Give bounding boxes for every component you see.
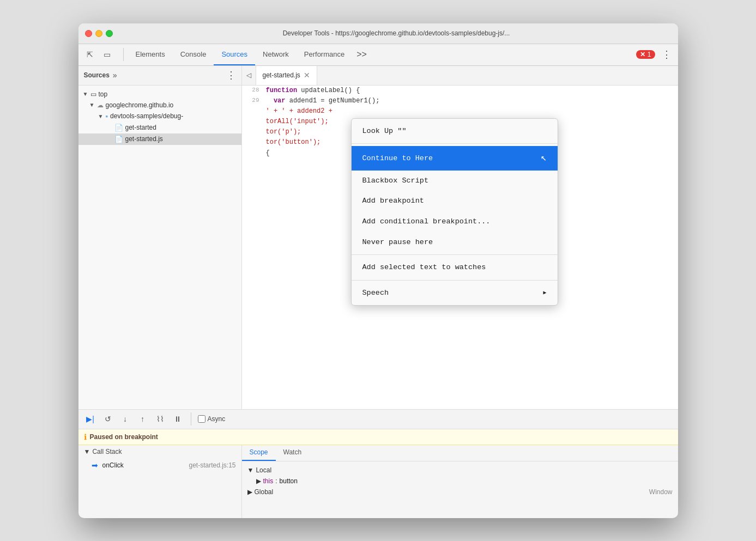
code-right-1: ' + ' + addend2 + xyxy=(266,106,332,117)
context-menu: Look Up "" Continue to Here ↖ Blackbox S… xyxy=(351,118,558,306)
bottom-panels: ▼ Call Stack ➡ onClick get-started.js:15… xyxy=(78,445,678,518)
scope-global-label: Global xyxy=(255,488,274,496)
panel-kebab-button[interactable]: ⋮ xyxy=(226,69,236,81)
scope-this-colon: : xyxy=(275,477,277,485)
code-area[interactable]: 28 function updateLabel() { 29 var adden… xyxy=(242,86,678,409)
error-badge[interactable]: ✕ 1 xyxy=(636,50,655,59)
tree-arrow-devtools: ▼ xyxy=(98,113,104,119)
left-panel: Sources » ⋮ ▼ ▭ top ▼ ☁ googlechrome.git… xyxy=(78,66,242,409)
tab-watch[interactable]: Watch xyxy=(276,445,310,461)
devtools-toolbar: ⇱ ▭ Elements Console Sources Network Per… xyxy=(78,44,678,66)
scope-section-global[interactable]: ▶ Global Window xyxy=(247,487,673,497)
tree-item-top[interactable]: ▼ ▭ top xyxy=(78,89,241,100)
ctx-item-add-selected-text[interactable]: Add selected text to watches xyxy=(352,257,558,278)
device-toolbar-button[interactable]: ▭ xyxy=(100,47,114,62)
code-right-3: tor('p'); xyxy=(266,127,301,137)
toolbar-divider xyxy=(123,48,124,61)
folder-icon-top: ▭ xyxy=(90,90,96,98)
tab-console[interactable]: Console xyxy=(173,44,214,65)
ctx-separator-3 xyxy=(352,280,558,281)
ctx-item-look-up[interactable]: Look Up "" xyxy=(352,121,558,142)
scope-content: ▼ Local ▶ this : button ▶ Global Window xyxy=(242,461,678,518)
scope-global-arrow: ▶ xyxy=(247,488,252,496)
call-stack-header[interactable]: ▼ Call Stack xyxy=(78,445,241,458)
panel-more-button[interactable]: » xyxy=(113,71,117,80)
step-into-button[interactable]: ↓ xyxy=(119,412,132,425)
editor-tab-label: get-started.js xyxy=(263,71,300,79)
error-icon: ✕ xyxy=(640,51,645,58)
ctx-item-continue-here[interactable]: Continue to Here ↖ xyxy=(352,146,558,171)
ctx-item-never-pause-here[interactable]: Never pause here xyxy=(352,232,558,253)
panel-header-label: Sources xyxy=(84,71,110,79)
tab-elements[interactable]: Elements xyxy=(128,44,173,65)
async-label: Async xyxy=(198,415,226,423)
tab-scope[interactable]: Scope xyxy=(242,445,276,461)
tree-arrow-googlechrome: ▼ xyxy=(89,102,95,108)
line-number-28: 28 xyxy=(242,86,264,95)
more-options-button[interactable]: ⋮ xyxy=(660,48,674,60)
traffic-lights xyxy=(85,30,113,37)
call-stack-panel: ▼ Call Stack ➡ onClick get-started.js:15 xyxy=(78,445,242,518)
paused-banner: ℹ Paused on breakpoint xyxy=(78,429,678,445)
tab-network[interactable]: Network xyxy=(255,44,297,65)
code-line-partial-1: ' + ' + addend2 + xyxy=(242,106,678,117)
tree-item-get-started-js[interactable]: ▶ 📄 get-started.js xyxy=(78,133,241,145)
step-out-button[interactable]: ↑ xyxy=(136,412,149,425)
deactivate-button[interactable]: ⌇⌇ xyxy=(154,412,167,425)
scope-this-key: this xyxy=(263,477,274,485)
scope-this-value: button xyxy=(280,477,298,485)
pause-exceptions-button[interactable]: ⏸ xyxy=(171,412,184,425)
maximize-button[interactable] xyxy=(106,30,113,37)
paused-text: Paused on breakpoint xyxy=(90,433,158,441)
tab-performance[interactable]: Performance xyxy=(297,44,352,65)
ctx-item-add-breakpoint[interactable]: Add breakpoint xyxy=(352,191,558,211)
editor-tab-get-started-js[interactable]: get-started.js ✕ xyxy=(256,66,317,85)
title-bar: Developer Tools - https://googlechrome.g… xyxy=(78,23,678,44)
window-title: Developer Tools - https://googlechrome.g… xyxy=(122,29,672,37)
ctx-item-blackbox-script[interactable]: Blackbox Script xyxy=(352,171,558,191)
editor-tab-nav[interactable]: ◁ xyxy=(242,66,256,85)
line-number-29: 29 xyxy=(242,96,264,106)
cursor-arrow: ↖ xyxy=(541,150,547,166)
tree-item-devtools-samples[interactable]: ▼ ▪ devtools-samples/debug- xyxy=(78,111,241,122)
scope-global-right: Window xyxy=(649,488,673,496)
ctx-item-speech[interactable]: Speech ▶ xyxy=(352,283,558,303)
close-button[interactable] xyxy=(85,30,92,37)
step-over-button[interactable]: ↺ xyxy=(101,412,114,425)
domain-icon: ☁ xyxy=(97,101,104,109)
tab-bar: Elements Console Sources Network Perform… xyxy=(128,44,371,65)
tree-item-googlechrome[interactable]: ▼ ☁ googlechrome.github.io xyxy=(78,100,241,111)
tab-sources[interactable]: Sources xyxy=(214,44,255,65)
scope-section-local[interactable]: ▼ Local xyxy=(247,465,673,476)
panel-header: Sources » ⋮ xyxy=(78,66,241,86)
error-count: 1 xyxy=(648,51,651,58)
right-panel: ◁ get-started.js ✕ 28 function updateLab… xyxy=(242,66,678,409)
close-tab-button[interactable]: ✕ xyxy=(304,71,310,80)
scope-tabs: Scope Watch xyxy=(242,445,678,461)
call-stack-item-onclick[interactable]: ➡ onClick get-started.js:15 xyxy=(78,458,241,472)
tree-item-get-started[interactable]: ▶ 📄 get-started xyxy=(78,122,241,133)
file-tree: ▼ ▭ top ▼ ☁ googlechrome.github.io ▼ ▪ d… xyxy=(78,86,241,409)
scope-panel: Scope Watch ▼ Local ▶ this : xyxy=(242,445,678,518)
resume-button[interactable]: ▶| xyxy=(84,412,97,425)
call-item-location: get-started.js:15 xyxy=(189,461,235,469)
scope-item-this[interactable]: ▶ this : button xyxy=(247,476,673,487)
select-element-button[interactable]: ⇱ xyxy=(83,47,97,62)
async-checkbox[interactable] xyxy=(198,415,205,423)
speech-submenu-arrow: ▶ xyxy=(543,289,546,297)
code-line-29: 29 var addend1 = getNumber1(); xyxy=(242,96,678,106)
more-tabs-button[interactable]: >> xyxy=(352,44,371,65)
ctx-item-add-conditional-breakpoint[interactable]: Add conditional breakpoint... xyxy=(352,211,558,232)
info-icon: ℹ xyxy=(84,433,87,441)
line-content-29: var addend1 = getNumber1(); xyxy=(264,96,678,106)
ctx-separator-2 xyxy=(352,254,558,255)
debug-divider xyxy=(191,412,191,425)
devtools-window: Developer Tools - https://googlechrome.g… xyxy=(78,23,678,518)
toolbar-right: ✕ 1 ⋮ xyxy=(636,48,674,60)
folder-icon-devtools: ▪ xyxy=(106,112,108,120)
minimize-button[interactable] xyxy=(95,30,102,37)
code-right-2: torAll('input'); xyxy=(266,117,329,127)
bottom-area: ▶| ↺ ↓ ↑ ⌇⌇ ⏸ Async ℹ Paused on breakpoi… xyxy=(78,409,678,518)
tree-arrow-top: ▼ xyxy=(83,91,88,97)
call-stack-arrow: ▼ xyxy=(84,448,90,455)
